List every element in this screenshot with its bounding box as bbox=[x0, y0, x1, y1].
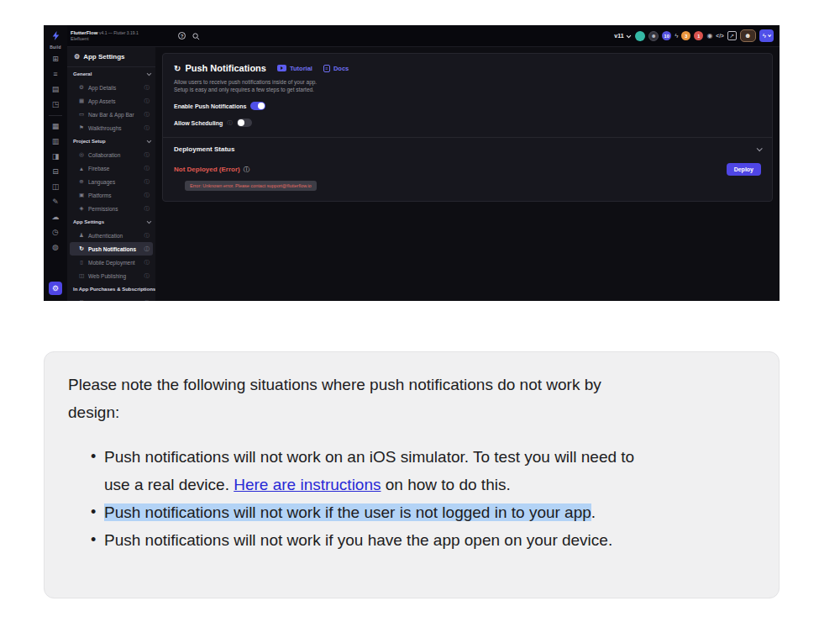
info-icon[interactable]: ⓘ bbox=[144, 205, 150, 213]
feedback-button[interactable]: ☻ bbox=[740, 29, 756, 42]
sidebar-item-authentication[interactable]: ♟ Authentication ⓘ bbox=[67, 229, 155, 242]
sidebar-item-app-details[interactable]: ⚙ App Details ⓘ bbox=[67, 81, 155, 94]
widget-tree-icon[interactable]: ≡ bbox=[49, 68, 62, 80]
collaboration-icon: ◎ bbox=[78, 151, 85, 158]
badge-warnings[interactable]: 3 bbox=[681, 31, 690, 40]
sidebar-item-app-assets[interactable]: ▦ App Assets ⓘ bbox=[67, 94, 155, 108]
sidebar-item-mobile-deployment[interactable]: ▯ Mobile Deployment ⓘ bbox=[67, 256, 155, 269]
deployment-status-header[interactable]: Deployment Status bbox=[174, 145, 761, 153]
youtube-icon bbox=[277, 65, 286, 71]
theme-settings-icon[interactable]: ◍ bbox=[49, 241, 62, 253]
automated-tests-icon[interactable]: ◷ bbox=[49, 226, 62, 238]
badge-credits[interactable]: 10 bbox=[662, 31, 671, 40]
badge-errors[interactable]: 1 bbox=[694, 31, 703, 40]
info-icon[interactable]: ⓘ bbox=[144, 299, 150, 302]
page: Build ⊞ ≡ ▤ ◳ ▦ ▥ ◨ ⊟ ◫ ✎ ☁ ◷ ◍ ⚙ Flutte… bbox=[0, 0, 840, 622]
run-button[interactable]: ϟ bbox=[759, 29, 774, 42]
topbar: FlutterFlow v4.1 — Flutter 3.19.1 Eleflu… bbox=[67, 25, 780, 47]
info-icon[interactable]: ⓘ bbox=[144, 111, 150, 119]
bug-icon[interactable]: ◉ bbox=[706, 31, 712, 41]
stripe-icon: Ⓢ bbox=[78, 299, 85, 302]
chevron-down-icon bbox=[146, 71, 150, 76]
list-item: Push notifications will not work on an i… bbox=[104, 443, 745, 498]
data-schema-icon[interactable]: ▦ bbox=[49, 120, 62, 132]
gear-icon: ⚙ bbox=[78, 84, 85, 91]
deploy-button[interactable]: Deploy bbox=[727, 163, 761, 176]
app-settings-gear-icon[interactable]: ⚙ bbox=[49, 282, 62, 295]
left-icon-rail: Build ⊞ ≡ ▤ ◳ ▦ ▥ ◨ ⊟ ◫ ✎ ☁ ◷ ◍ ⚙ bbox=[44, 25, 67, 301]
avatar-teal[interactable] bbox=[635, 31, 645, 41]
info-icon[interactable]: ⓘ bbox=[144, 272, 150, 280]
app-title: FlutterFlow v4.1 — Flutter 3.19.1 bbox=[71, 29, 156, 36]
sidebar-item-walkthroughs[interactable]: ⚑ Walkthroughs ⓘ bbox=[67, 121, 155, 134]
flutterflow-screenshot: Build ⊞ ≡ ▤ ◳ ▦ ▥ ◨ ⊟ ◫ ✎ ☁ ◷ ◍ ⚙ Flutte… bbox=[44, 25, 780, 301]
brand-block: FlutterFlow v4.1 — Flutter 3.19.1 Eleflu… bbox=[67, 29, 156, 42]
add-page-icon[interactable]: ⊞ bbox=[49, 53, 62, 65]
allow-scheduling-toggle[interactable] bbox=[237, 119, 252, 127]
rail-divider bbox=[49, 115, 62, 116]
topbar-right-cluster: v11 ☻ 10 ϟ 3 1 ◉ </> ↗ ☻ ϟ bbox=[614, 29, 780, 42]
chevron-down-icon[interactable] bbox=[757, 145, 763, 151]
list-item: Push notifications will not work if you … bbox=[104, 526, 745, 554]
version-dropdown[interactable]: v11 bbox=[614, 33, 629, 39]
sidebar-item-languages[interactable]: ⊕ Languages ⓘ bbox=[67, 175, 155, 188]
body-row: ⚙ App Settings General ⚙ App Details ⓘ ▦… bbox=[67, 47, 780, 301]
status-badge: Not Deployed (Error) bbox=[174, 166, 240, 173]
sidebar-section-iap[interactable]: In App Purchases & Subscriptions bbox=[67, 282, 155, 296]
sidebar-title: ⚙ App Settings bbox=[67, 47, 155, 67]
info-icon[interactable]: ⓘ bbox=[144, 245, 150, 253]
note-bullet-list: Push notifications will not work on an i… bbox=[68, 443, 745, 554]
custom-code-icon[interactable]: ✎ bbox=[49, 196, 62, 208]
activity-icon[interactable]: ϟ bbox=[675, 31, 678, 41]
sidebar-item-web-publishing[interactable]: ◫ Web Publishing ⓘ bbox=[67, 269, 155, 282]
info-icon[interactable]: ⓘ bbox=[144, 178, 150, 186]
mobile-icon: ▯ bbox=[78, 259, 85, 266]
info-icon[interactable]: ⓘ bbox=[144, 232, 150, 240]
docs-button[interactable]: ≡ Docs bbox=[323, 65, 349, 72]
info-icon[interactable]: ⓘ bbox=[144, 165, 150, 172]
instructions-link[interactable]: Here are instructions bbox=[234, 476, 381, 493]
media-icon[interactable]: ◨ bbox=[49, 150, 62, 162]
info-icon[interactable]: ⓘ bbox=[244, 166, 250, 174]
info-icon[interactable]: ⓘ bbox=[144, 151, 150, 159]
chevron-down-icon bbox=[627, 33, 631, 37]
sidebar-section-general[interactable]: General bbox=[67, 67, 155, 81]
sidebar-item-push-notifications[interactable]: ↻ Push Notifications ⓘ bbox=[70, 242, 153, 256]
sidebar-item-permissions[interactable]: ◈ Permissions ⓘ bbox=[67, 202, 155, 215]
sidebar-item-nav-bar[interactable]: ▭ Nav Bar & App Bar ⓘ bbox=[67, 108, 155, 121]
sidebar-item-stripe[interactable]: Ⓢ Stripe ⓘ bbox=[67, 296, 155, 301]
panel-description: Allow users to receive push notification… bbox=[174, 78, 761, 93]
sidebar-section-project-setup[interactable]: Project Setup bbox=[67, 134, 155, 148]
info-icon[interactable]: ⓘ bbox=[227, 119, 233, 127]
storage-icon[interactable]: ◫ bbox=[49, 181, 62, 192]
api-calls-icon[interactable]: ⊟ bbox=[49, 166, 62, 177]
sidebar-item-platforms[interactable]: ▣ Platforms ⓘ bbox=[67, 188, 155, 202]
info-icon[interactable]: ⓘ bbox=[144, 259, 150, 266]
help-icon[interactable]: ? bbox=[178, 32, 186, 40]
sidebar-section-app-settings[interactable]: App Settings bbox=[67, 215, 155, 229]
info-icon[interactable]: ⓘ bbox=[144, 98, 150, 105]
enable-push-toggle[interactable] bbox=[250, 102, 265, 110]
info-icon[interactable]: ⓘ bbox=[144, 84, 150, 92]
section-divider bbox=[163, 137, 772, 138]
sidebar-item-firebase[interactable]: ▲ Firebase ⓘ bbox=[67, 161, 155, 175]
sidebar-item-collaboration[interactable]: ◎ Collaboration ⓘ bbox=[67, 148, 155, 161]
tutorial-button[interactable]: Tutorial bbox=[277, 65, 312, 72]
project-name: Elefluent bbox=[71, 36, 156, 42]
user-icon: ♟ bbox=[78, 232, 85, 239]
search-icon[interactable] bbox=[192, 29, 200, 44]
gear-icon: ⚙ bbox=[74, 53, 80, 61]
app-values-icon[interactable]: ▥ bbox=[49, 135, 62, 147]
open-preview-icon[interactable]: ↗ bbox=[727, 31, 737, 40]
settings-sidebar: ⚙ App Settings General ⚙ App Details ⓘ ▦… bbox=[67, 47, 155, 301]
push-notifications-panel: ↻ Push Notifications Tutorial ≡ Docs bbox=[162, 53, 773, 202]
code-view-icon[interactable]: </> bbox=[716, 31, 723, 41]
avatar-gray[interactable]: ☻ bbox=[648, 31, 659, 41]
flutterflow-logo-icon[interactable] bbox=[49, 29, 62, 42]
components-icon[interactable]: ▤ bbox=[49, 83, 62, 95]
cloud-functions-icon[interactable]: ☁ bbox=[49, 211, 62, 223]
assets-icon[interactable]: ◳ bbox=[49, 98, 62, 110]
info-icon[interactable]: ⓘ bbox=[144, 124, 150, 132]
info-icon[interactable]: ⓘ bbox=[144, 192, 150, 199]
image-icon: ▦ bbox=[78, 98, 85, 104]
